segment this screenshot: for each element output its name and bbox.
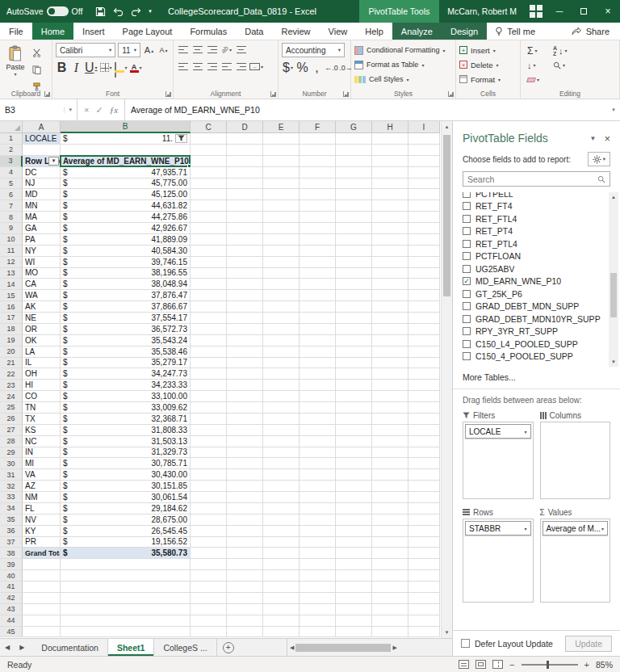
field-item-grad_debt_mdn10yr_supp[interactable]: GRAD_DEBT_MDN10YR_SUPP	[463, 313, 607, 326]
cell-b25[interactable]: $33,009.62	[61, 402, 191, 414]
cell-d6[interactable]	[227, 189, 263, 200]
cell-a13[interactable]: MO	[23, 268, 61, 279]
accounting-format-button[interactable]: $▾	[282, 61, 294, 74]
cell-g4[interactable]	[336, 167, 372, 178]
cell-b18[interactable]: $36,572.73	[61, 324, 191, 335]
row-header-37[interactable]: 37	[0, 537, 23, 548]
cell-d24[interactable]	[227, 391, 263, 402]
conditional-formatting-button[interactable]: Conditional Formatting▾	[354, 43, 452, 57]
cell-d14[interactable]	[227, 279, 263, 290]
horizontal-scrollbar[interactable]: ◀ ▶	[287, 639, 452, 656]
cell-e23[interactable]	[263, 380, 300, 391]
row-header-27[interactable]: 27	[0, 425, 23, 436]
cell-e16[interactable]	[263, 301, 300, 313]
cell-i1[interactable]	[408, 133, 440, 145]
format-cells-button[interactable]: Format▾	[459, 72, 517, 86]
cell-h8[interactable]	[372, 212, 408, 223]
cell-d18[interactable]	[227, 324, 263, 335]
row-header-8[interactable]: 8	[0, 212, 23, 223]
cell-i41[interactable]	[408, 582, 440, 593]
number-dialog-launcher[interactable]	[343, 91, 349, 97]
area-box-filters[interactable]: LOCALE▾	[463, 422, 534, 499]
cell-i40[interactable]	[408, 570, 440, 582]
cell-g23[interactable]	[336, 380, 372, 391]
borders-button[interactable]: ▾	[100, 61, 112, 74]
field-checkbox[interactable]: ✓	[463, 277, 471, 285]
ribbon-tab-help[interactable]: Help	[356, 23, 392, 40]
cell-f30[interactable]	[300, 458, 336, 469]
cell-e22[interactable]	[263, 368, 300, 380]
formula-bar-expand-icon[interactable]: ▾	[607, 99, 620, 120]
cell-g32[interactable]	[336, 481, 372, 492]
cell-e39[interactable]	[263, 559, 300, 570]
cell-e33[interactable]	[263, 492, 300, 503]
cell-b15[interactable]: $37,876.47	[61, 290, 191, 301]
cell-g34[interactable]	[336, 503, 372, 514]
share-button[interactable]: Share	[561, 23, 620, 40]
cell-f37[interactable]	[300, 537, 336, 548]
cell-i5[interactable]	[408, 178, 440, 190]
row-header-6[interactable]: 6	[0, 189, 23, 200]
row-header-26[interactable]: 26	[0, 414, 23, 425]
cell-f2[interactable]	[300, 145, 336, 156]
cell-g19[interactable]	[336, 335, 372, 346]
cell-g14[interactable]	[336, 279, 372, 290]
cell-i20[interactable]	[408, 346, 440, 358]
cell-a8[interactable]: MA	[23, 212, 61, 223]
cell-d41[interactable]	[227, 582, 263, 593]
cell-f5[interactable]	[300, 178, 336, 190]
cell-h20[interactable]	[372, 346, 408, 358]
cell-e13[interactable]	[263, 268, 300, 279]
pill-dropdown-icon[interactable]: ▾	[524, 429, 526, 435]
cell-i28[interactable]	[408, 436, 440, 447]
cell-e41[interactable]	[263, 582, 300, 593]
cell-i8[interactable]	[408, 212, 440, 223]
cell-g15[interactable]	[336, 290, 372, 301]
cell-f23[interactable]	[300, 380, 336, 391]
cell-a36[interactable]: KY	[23, 526, 61, 537]
cell-b17[interactable]: $37,554.17	[61, 313, 191, 324]
cell-a23[interactable]: HI	[23, 380, 61, 391]
row-header-30[interactable]: 30	[0, 458, 23, 469]
cell-f7[interactable]	[300, 200, 336, 212]
field-item-ret_ftl4[interactable]: RET_FTL4	[463, 212, 607, 225]
field-item-gt_25k_p6[interactable]: GT_25K_P6	[463, 288, 607, 300]
field-checkbox[interactable]	[463, 315, 471, 323]
cell-f4[interactable]	[300, 167, 336, 178]
cell-d1[interactable]	[227, 133, 263, 145]
cell-b27[interactable]: $31,808.33	[61, 425, 191, 436]
ribbon-tab-formulas[interactable]: Formulas	[181, 23, 236, 40]
cell-c12[interactable]	[191, 257, 227, 268]
font-color-button[interactable]: A▾	[130, 61, 142, 74]
field-checkbox[interactable]	[463, 290, 471, 298]
cell-g12[interactable]	[336, 257, 372, 268]
cell-a11[interactable]: NY	[23, 246, 61, 257]
cell-b38[interactable]: $35,580.73	[61, 548, 191, 559]
field-pill-average-of-m-[interactable]: Average of M...▾	[542, 521, 609, 536]
cell-i38[interactable]	[408, 548, 440, 559]
cell-b7[interactable]: $44,631.82	[61, 200, 191, 212]
cell-h5[interactable]	[372, 178, 408, 190]
close-button[interactable]: ×	[596, 0, 620, 23]
cell-d30[interactable]	[227, 458, 263, 469]
sheet-tab-documentation[interactable]: Documentation	[32, 639, 108, 656]
cell-b45[interactable]	[61, 627, 191, 638]
cell-f12[interactable]	[300, 257, 336, 268]
cell-c35[interactable]	[191, 514, 227, 526]
minimize-button[interactable]: ─	[547, 0, 572, 23]
cell-i45[interactable]	[408, 627, 440, 638]
cell-f6[interactable]	[300, 189, 336, 200]
cell-b19[interactable]: $35,543.24	[61, 335, 191, 346]
increase-indent-icon[interactable]	[235, 60, 247, 74]
cell-c45[interactable]	[191, 627, 227, 638]
cell-a6[interactable]: MD	[23, 189, 61, 200]
field-item-ug25abv[interactable]: UG25ABV	[463, 262, 607, 275]
cell-c10[interactable]	[191, 234, 227, 246]
cell-i23[interactable]	[408, 380, 440, 391]
cell-d39[interactable]	[227, 559, 263, 570]
cell-a41[interactable]	[23, 582, 61, 593]
row-header-12[interactable]: 12	[0, 257, 23, 268]
row-header-9[interactable]: 9	[0, 223, 23, 234]
cell-a19[interactable]: OK	[23, 335, 61, 346]
cell-h35[interactable]	[372, 514, 408, 526]
